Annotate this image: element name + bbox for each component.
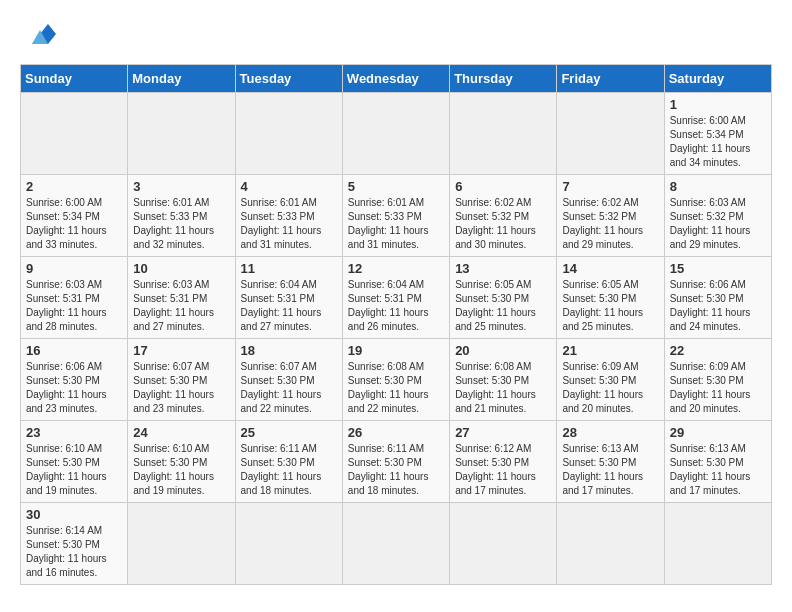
calendar-day-cell: 28Sunrise: 6:13 AM Sunset: 5:30 PM Dayli… (557, 421, 664, 503)
calendar-day-cell (342, 93, 449, 175)
day-number: 8 (670, 179, 766, 194)
day-number: 6 (455, 179, 551, 194)
day-number: 17 (133, 343, 229, 358)
day-number: 18 (241, 343, 337, 358)
day-info: Sunrise: 6:02 AM Sunset: 5:32 PM Dayligh… (562, 196, 658, 252)
day-info: Sunrise: 6:10 AM Sunset: 5:30 PM Dayligh… (26, 442, 122, 498)
calendar-day-cell: 6Sunrise: 6:02 AM Sunset: 5:32 PM Daylig… (450, 175, 557, 257)
calendar-day-cell (21, 93, 128, 175)
day-number: 22 (670, 343, 766, 358)
day-info: Sunrise: 6:01 AM Sunset: 5:33 PM Dayligh… (348, 196, 444, 252)
calendar-day-cell: 18Sunrise: 6:07 AM Sunset: 5:30 PM Dayli… (235, 339, 342, 421)
day-info: Sunrise: 6:06 AM Sunset: 5:30 PM Dayligh… (26, 360, 122, 416)
calendar-day-cell: 21Sunrise: 6:09 AM Sunset: 5:30 PM Dayli… (557, 339, 664, 421)
weekday-header-cell: Wednesday (342, 65, 449, 93)
day-number: 23 (26, 425, 122, 440)
day-number: 24 (133, 425, 229, 440)
day-info: Sunrise: 6:07 AM Sunset: 5:30 PM Dayligh… (241, 360, 337, 416)
weekday-header-cell: Sunday (21, 65, 128, 93)
calendar-day-cell: 13Sunrise: 6:05 AM Sunset: 5:30 PM Dayli… (450, 257, 557, 339)
calendar-day-cell: 2Sunrise: 6:00 AM Sunset: 5:34 PM Daylig… (21, 175, 128, 257)
day-info: Sunrise: 6:05 AM Sunset: 5:30 PM Dayligh… (455, 278, 551, 334)
calendar-day-cell: 3Sunrise: 6:01 AM Sunset: 5:33 PM Daylig… (128, 175, 235, 257)
day-info: Sunrise: 6:06 AM Sunset: 5:30 PM Dayligh… (670, 278, 766, 334)
calendar-day-cell: 27Sunrise: 6:12 AM Sunset: 5:30 PM Dayli… (450, 421, 557, 503)
calendar-day-cell (235, 93, 342, 175)
day-number: 14 (562, 261, 658, 276)
calendar-day-cell: 5Sunrise: 6:01 AM Sunset: 5:33 PM Daylig… (342, 175, 449, 257)
calendar-day-cell: 19Sunrise: 6:08 AM Sunset: 5:30 PM Dayli… (342, 339, 449, 421)
calendar-day-cell: 17Sunrise: 6:07 AM Sunset: 5:30 PM Dayli… (128, 339, 235, 421)
day-info: Sunrise: 6:09 AM Sunset: 5:30 PM Dayligh… (562, 360, 658, 416)
calendar-day-cell (342, 503, 449, 585)
day-info: Sunrise: 6:07 AM Sunset: 5:30 PM Dayligh… (133, 360, 229, 416)
calendar-body: 1Sunrise: 6:00 AM Sunset: 5:34 PM Daylig… (21, 93, 772, 585)
day-info: Sunrise: 6:11 AM Sunset: 5:30 PM Dayligh… (241, 442, 337, 498)
calendar-day-cell: 11Sunrise: 6:04 AM Sunset: 5:31 PM Dayli… (235, 257, 342, 339)
day-number: 9 (26, 261, 122, 276)
calendar-day-cell: 16Sunrise: 6:06 AM Sunset: 5:30 PM Dayli… (21, 339, 128, 421)
weekday-header-cell: Saturday (664, 65, 771, 93)
day-number: 10 (133, 261, 229, 276)
day-number: 26 (348, 425, 444, 440)
calendar-week-row: 30Sunrise: 6:14 AM Sunset: 5:30 PM Dayli… (21, 503, 772, 585)
calendar-day-cell (235, 503, 342, 585)
day-info: Sunrise: 6:04 AM Sunset: 5:31 PM Dayligh… (241, 278, 337, 334)
day-number: 20 (455, 343, 551, 358)
day-info: Sunrise: 6:13 AM Sunset: 5:30 PM Dayligh… (670, 442, 766, 498)
calendar-day-cell (128, 93, 235, 175)
day-number: 21 (562, 343, 658, 358)
weekday-header-cell: Tuesday (235, 65, 342, 93)
day-info: Sunrise: 6:00 AM Sunset: 5:34 PM Dayligh… (670, 114, 766, 170)
calendar-day-cell: 7Sunrise: 6:02 AM Sunset: 5:32 PM Daylig… (557, 175, 664, 257)
logo (20, 20, 56, 48)
day-number: 13 (455, 261, 551, 276)
calendar-day-cell: 24Sunrise: 6:10 AM Sunset: 5:30 PM Dayli… (128, 421, 235, 503)
weekday-header-cell: Thursday (450, 65, 557, 93)
day-number: 16 (26, 343, 122, 358)
weekday-header-cell: Monday (128, 65, 235, 93)
day-number: 2 (26, 179, 122, 194)
day-info: Sunrise: 6:14 AM Sunset: 5:30 PM Dayligh… (26, 524, 122, 580)
day-number: 30 (26, 507, 122, 522)
calendar-day-cell: 10Sunrise: 6:03 AM Sunset: 5:31 PM Dayli… (128, 257, 235, 339)
day-number: 28 (562, 425, 658, 440)
calendar-day-cell: 1Sunrise: 6:00 AM Sunset: 5:34 PM Daylig… (664, 93, 771, 175)
day-info: Sunrise: 6:01 AM Sunset: 5:33 PM Dayligh… (241, 196, 337, 252)
calendar-day-cell: 22Sunrise: 6:09 AM Sunset: 5:30 PM Dayli… (664, 339, 771, 421)
day-number: 12 (348, 261, 444, 276)
day-number: 25 (241, 425, 337, 440)
day-info: Sunrise: 6:00 AM Sunset: 5:34 PM Dayligh… (26, 196, 122, 252)
logo-icon (24, 20, 56, 48)
day-info: Sunrise: 6:08 AM Sunset: 5:30 PM Dayligh… (455, 360, 551, 416)
calendar-day-cell (128, 503, 235, 585)
day-number: 27 (455, 425, 551, 440)
day-number: 7 (562, 179, 658, 194)
day-info: Sunrise: 6:04 AM Sunset: 5:31 PM Dayligh… (348, 278, 444, 334)
day-number: 4 (241, 179, 337, 194)
calendar-week-row: 16Sunrise: 6:06 AM Sunset: 5:30 PM Dayli… (21, 339, 772, 421)
day-info: Sunrise: 6:09 AM Sunset: 5:30 PM Dayligh… (670, 360, 766, 416)
day-info: Sunrise: 6:03 AM Sunset: 5:31 PM Dayligh… (26, 278, 122, 334)
day-info: Sunrise: 6:03 AM Sunset: 5:31 PM Dayligh… (133, 278, 229, 334)
calendar-week-row: 9Sunrise: 6:03 AM Sunset: 5:31 PM Daylig… (21, 257, 772, 339)
day-number: 29 (670, 425, 766, 440)
calendar-day-cell (664, 503, 771, 585)
calendar-table: SundayMondayTuesdayWednesdayThursdayFrid… (20, 64, 772, 585)
calendar-day-cell: 20Sunrise: 6:08 AM Sunset: 5:30 PM Dayli… (450, 339, 557, 421)
day-info: Sunrise: 6:08 AM Sunset: 5:30 PM Dayligh… (348, 360, 444, 416)
calendar-day-cell: 30Sunrise: 6:14 AM Sunset: 5:30 PM Dayli… (21, 503, 128, 585)
day-number: 19 (348, 343, 444, 358)
day-number: 5 (348, 179, 444, 194)
calendar-week-row: 23Sunrise: 6:10 AM Sunset: 5:30 PM Dayli… (21, 421, 772, 503)
weekday-header-cell: Friday (557, 65, 664, 93)
calendar-day-cell: 9Sunrise: 6:03 AM Sunset: 5:31 PM Daylig… (21, 257, 128, 339)
calendar-day-cell (557, 93, 664, 175)
weekday-header-row: SundayMondayTuesdayWednesdayThursdayFrid… (21, 65, 772, 93)
day-info: Sunrise: 6:01 AM Sunset: 5:33 PM Dayligh… (133, 196, 229, 252)
day-info: Sunrise: 6:05 AM Sunset: 5:30 PM Dayligh… (562, 278, 658, 334)
calendar-day-cell: 25Sunrise: 6:11 AM Sunset: 5:30 PM Dayli… (235, 421, 342, 503)
day-number: 1 (670, 97, 766, 112)
day-info: Sunrise: 6:11 AM Sunset: 5:30 PM Dayligh… (348, 442, 444, 498)
calendar-day-cell (557, 503, 664, 585)
